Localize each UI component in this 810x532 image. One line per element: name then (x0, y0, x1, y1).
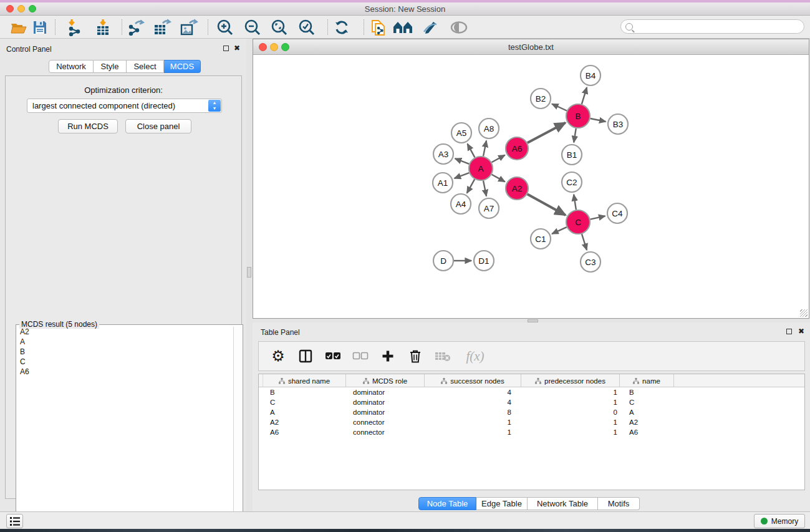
show-columns-button[interactable] (296, 347, 315, 365)
list-item[interactable]: A6 (17, 367, 234, 377)
network-canvas[interactable]: B4B2BB3A8A5A6A3B1AA1C2A2A4A7C4CC1DD1C3 (253, 56, 809, 318)
graph-node-B4[interactable]: B4 (581, 65, 600, 85)
table-row[interactable]: A6connector11A6 (259, 427, 804, 437)
list-item[interactable]: A2 (17, 327, 234, 337)
close-panel-icon[interactable]: ✖ (798, 327, 804, 336)
search-input[interactable] (635, 21, 804, 32)
show-panels-button[interactable] (6, 514, 23, 528)
graph-edge-C-C3[interactable] (582, 234, 587, 250)
table-cell[interactable]: 4 (425, 397, 522, 407)
graph-edge-B-B4[interactable] (582, 87, 587, 104)
table-cell[interactable]: A6 (620, 427, 675, 437)
table-cell[interactable]: A6 (264, 427, 347, 437)
list-item[interactable]: A (17, 337, 234, 347)
graph-edge-A-A8[interactable] (483, 141, 486, 157)
list-item[interactable]: B (17, 347, 234, 357)
table-cell[interactable]: 4 (425, 387, 522, 397)
tab-motifs[interactable]: Motifs (598, 497, 640, 510)
refresh-button[interactable] (330, 17, 353, 37)
show-eye-button[interactable] (448, 17, 470, 37)
graph-edge-B-B1[interactable] (574, 128, 576, 143)
graph-edge-A2-C[interactable] (528, 194, 566, 215)
close-window-button[interactable] (6, 5, 14, 12)
graph-node-A2[interactable]: A2 (506, 177, 528, 200)
tab-mcds[interactable]: MCDS (164, 60, 201, 73)
vertical-splitter[interactable] (246, 39, 253, 511)
memory-button[interactable]: Memory (754, 514, 805, 528)
graph-node-A7[interactable]: A7 (479, 198, 499, 218)
graph-edge-A-A1[interactable] (455, 173, 470, 178)
graph-node-B3[interactable]: B3 (608, 114, 628, 134)
table-cell[interactable]: 1 (522, 387, 620, 397)
select-all-button[interactable] (324, 347, 342, 365)
optimization-criterion-select[interactable]: largest connected component (directed) ▲… (27, 99, 222, 113)
graph-edge-B-B3[interactable] (591, 118, 606, 122)
graph-node-A5[interactable]: A5 (451, 123, 471, 143)
table-cell[interactable]: dominator (347, 387, 425, 397)
resize-grip-icon[interactable] (800, 309, 808, 317)
graph-node-A6[interactable]: A6 (506, 137, 528, 160)
zoom-fit-button[interactable] (268, 17, 291, 37)
graph-edge-A-A6[interactable] (492, 155, 505, 163)
list-item[interactable]: C (17, 357, 234, 367)
column-header-predecessor-nodes[interactable]: predecessor nodes (521, 374, 620, 387)
table-cell[interactable]: A2 (620, 417, 675, 427)
table-settings-button[interactable]: ⚙ (269, 347, 287, 365)
search-field[interactable] (620, 19, 804, 34)
graph-edge-A-A7[interactable] (483, 181, 486, 196)
first-neighbors-button[interactable] (392, 17, 415, 37)
export-table-button[interactable] (151, 17, 173, 37)
graph-node-A8[interactable]: A8 (479, 118, 499, 138)
table-cell[interactable]: B (620, 387, 675, 397)
column-header-mcds-role[interactable]: MCDS role (346, 374, 425, 387)
graph-node-B[interactable]: B (566, 104, 590, 128)
graph-node-C2[interactable]: C2 (562, 172, 582, 192)
graph-edge-C-C2[interactable] (574, 195, 576, 210)
table-cell[interactable]: dominator (347, 397, 425, 407)
table-cell[interactable]: C (264, 397, 347, 407)
table-cell[interactable]: 8 (425, 407, 522, 417)
graph-node-C3[interactable]: C3 (581, 252, 600, 272)
graph-edge-C-C4[interactable] (591, 216, 605, 219)
table-cell[interactable]: 0 (522, 407, 620, 417)
table-cell[interactable]: A2 (264, 417, 347, 427)
column-header-shared-name[interactable]: shared name (263, 374, 346, 387)
minimize-window-button[interactable] (17, 5, 25, 12)
table-cell[interactable]: 1 (522, 417, 620, 427)
graph-node-B1[interactable]: B1 (562, 145, 582, 165)
tab-style[interactable]: Style (94, 60, 127, 73)
splitter-grip[interactable] (247, 267, 251, 278)
minimize-network-button[interactable] (270, 43, 278, 51)
tab-edge-table[interactable]: Edge Table (476, 497, 528, 510)
tab-network[interactable]: Network (49, 60, 94, 73)
float-panel-icon[interactable] (223, 46, 229, 51)
graph-edge-A6-B[interactable] (528, 123, 566, 143)
tab-select[interactable]: Select (127, 60, 164, 73)
graph-node-D1[interactable]: D1 (474, 251, 494, 271)
import-table-button[interactable] (92, 17, 114, 37)
table-row[interactable]: Cdominator41C (259, 397, 804, 407)
table-cell[interactable]: 1 (425, 427, 522, 437)
table-cell[interactable]: connector (347, 417, 425, 427)
zoom-out-button[interactable] (241, 17, 264, 37)
table-cell[interactable]: A (264, 407, 347, 417)
add-column-button[interactable] (378, 347, 397, 365)
zoom-selected-button[interactable] (296, 17, 318, 37)
deselect-all-button[interactable] (351, 347, 370, 365)
graph-edge-B-B2[interactable] (552, 104, 567, 111)
graph-node-A[interactable]: A (469, 157, 493, 180)
save-session-button[interactable] (29, 17, 51, 37)
float-panel-icon[interactable] (786, 329, 792, 334)
import-network-button[interactable] (64, 17, 86, 37)
run-mcds-button[interactable]: Run MCDS (58, 119, 118, 133)
graph-node-C[interactable]: C (566, 210, 590, 234)
graph-node-C4[interactable]: C4 (607, 203, 627, 223)
delete-table-button[interactable] (433, 347, 452, 365)
table-cell[interactable]: dominator (347, 407, 425, 417)
table-cell[interactable]: 1 (425, 417, 522, 427)
close-panel-button[interactable]: Close panel (125, 119, 191, 133)
export-network-button[interactable] (125, 17, 147, 37)
graph-edge-A-A5[interactable] (468, 144, 475, 158)
graph-edge-A-A2[interactable] (492, 175, 505, 182)
graph-node-D[interactable]: D (433, 251, 453, 271)
